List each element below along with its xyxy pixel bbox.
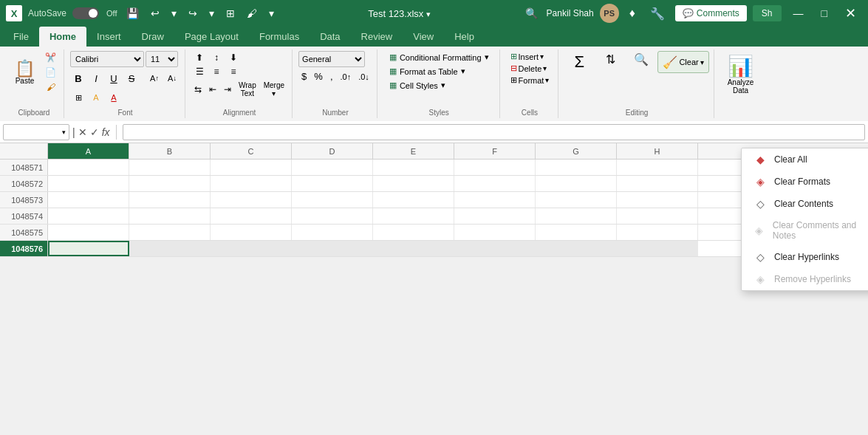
cell[interactable] [454, 225, 536, 240]
cell[interactable] [373, 192, 454, 208]
undo-dropdown[interactable]: ▾ [168, 6, 180, 21]
comma-button[interactable]: , [327, 69, 336, 83]
col-header-h[interactable]: H [617, 143, 698, 159]
clear-contents-item[interactable]: ◇ Clear Contents [742, 193, 868, 215]
close-button[interactable]: ✕ [839, 2, 862, 24]
cell[interactable] [292, 208, 373, 224]
cell[interactable] [454, 192, 536, 208]
cell[interactable] [211, 160, 292, 175]
cell[interactable] [211, 176, 292, 191]
minimize-button[interactable]: — [787, 4, 810, 22]
settings-button[interactable]: 🔧 [646, 5, 669, 22]
tab-draw[interactable]: Draw [131, 27, 174, 47]
cell[interactable] [536, 225, 617, 240]
clear-hyperlinks-item[interactable]: ◇ Clear Hyperlinks [742, 246, 868, 257]
tab-view[interactable]: View [403, 27, 444, 47]
font-name-select[interactable]: Calibri [70, 51, 144, 67]
paste-button[interactable]: 📋 Paste [9, 58, 41, 88]
copy-button[interactable]: 📄 [42, 66, 59, 79]
cell[interactable] [536, 176, 617, 191]
cell[interactable] [48, 192, 129, 208]
wrap-text-button[interactable]: WrapText [236, 80, 259, 99]
cell[interactable] [454, 160, 536, 175]
col-header-d[interactable]: D [292, 143, 373, 159]
decrease-font-button[interactable]: A↓ [164, 70, 180, 86]
strikethrough-button[interactable]: S [123, 70, 140, 86]
cell[interactable] [454, 176, 536, 191]
cell[interactable] [48, 241, 129, 256]
currency-button[interactable]: $ [298, 69, 310, 83]
cell[interactable] [129, 208, 211, 224]
increase-decimal-button[interactable]: .0↑ [338, 71, 355, 83]
col-header-c[interactable]: C [211, 143, 292, 159]
cell[interactable] [48, 208, 129, 224]
cell[interactable] [129, 160, 211, 175]
clear-button[interactable]: 🧹 Clear ▾ [657, 51, 708, 73]
cell[interactable] [211, 225, 292, 240]
increase-font-button[interactable]: A↑ [146, 70, 163, 86]
align-middle-button[interactable]: ↕ [208, 51, 225, 64]
align-bottom-button[interactable]: ⬇ [225, 51, 242, 64]
autosave-toggle[interactable] [72, 7, 99, 19]
redo-button[interactable]: ↪ [185, 6, 200, 21]
cell[interactable] [292, 225, 373, 240]
redo-dropdown[interactable]: ▾ [206, 6, 217, 21]
tab-help[interactable]: Help [444, 27, 485, 47]
border-button[interactable]: ⊞ [70, 89, 86, 106]
cell[interactable] [129, 241, 211, 256]
cell[interactable] [373, 225, 454, 240]
align-left-button[interactable]: ☰ [191, 65, 208, 78]
cell[interactable] [617, 160, 698, 175]
clear-all-item[interactable]: ◆ Clear All [742, 148, 868, 171]
name-box-dropdown[interactable]: ▾ [62, 129, 66, 136]
bold-button[interactable]: B [70, 70, 86, 86]
find-select-button[interactable]: 🔍 [626, 51, 656, 73]
cell[interactable] [373, 176, 454, 191]
cell[interactable] [211, 208, 292, 224]
col-header-e[interactable]: E [373, 143, 454, 159]
italic-button[interactable]: I [88, 70, 104, 86]
cell[interactable] [292, 192, 373, 208]
tab-review[interactable]: Review [351, 27, 403, 47]
format-as-table-button[interactable]: ▦ Format as Table ▾ [383, 65, 495, 78]
cancel-formula-button[interactable]: ✕ [78, 126, 87, 138]
cell[interactable] [536, 160, 617, 175]
analyze-data-button[interactable]: 📊 AnalyzeData [720, 51, 762, 97]
formula-input[interactable] [123, 124, 865, 140]
cell[interactable] [129, 225, 211, 240]
diamond-icon-button[interactable]: ♦ [625, 5, 640, 21]
cell[interactable] [373, 160, 454, 175]
comments-button[interactable]: 💬 Clear Comments [675, 5, 747, 21]
tab-data[interactable]: Data [310, 27, 350, 47]
cell[interactable] [536, 241, 617, 256]
cell[interactable] [373, 241, 454, 256]
cell[interactable] [536, 192, 617, 208]
cell[interactable] [292, 176, 373, 191]
cell[interactable] [48, 176, 129, 191]
delete-button[interactable]: ⊟ Delete ▾ [506, 63, 554, 74]
search-button[interactable]: 🔍 [522, 6, 541, 21]
cell[interactable] [48, 225, 129, 240]
sort-filter-button[interactable]: ⇅ [595, 51, 625, 73]
cell[interactable] [211, 241, 292, 256]
confirm-formula-button[interactable]: ✓ [90, 126, 99, 138]
percent-button[interactable]: % [311, 69, 326, 83]
fill-color-button[interactable]: A [88, 89, 104, 106]
indent-decrease-button[interactable]: ⇤ [206, 83, 219, 96]
cell[interactable] [617, 208, 698, 224]
function-name-button[interactable]: | [72, 126, 75, 138]
cell-styles-button[interactable]: ▦ Cell Styles ▾ [383, 79, 495, 92]
col-header-b[interactable]: B [129, 143, 211, 159]
align-right-button[interactable]: ≡ [225, 65, 242, 78]
cell[interactable] [211, 192, 292, 208]
cell[interactable] [454, 241, 536, 256]
customize-qat-button[interactable]: ⊞ [223, 6, 238, 21]
align-top-button[interactable]: ⬆ [191, 51, 208, 64]
cell[interactable] [129, 176, 211, 191]
merge-center-button[interactable]: Merge▾ [261, 80, 287, 99]
decrease-decimal-button[interactable]: .0↓ [355, 71, 372, 83]
format-button[interactable]: ⊞ Format ▾ [506, 75, 554, 86]
font-size-select[interactable]: 11 [146, 51, 178, 67]
save-button[interactable]: 💾 [123, 6, 142, 21]
cell[interactable] [617, 192, 698, 208]
